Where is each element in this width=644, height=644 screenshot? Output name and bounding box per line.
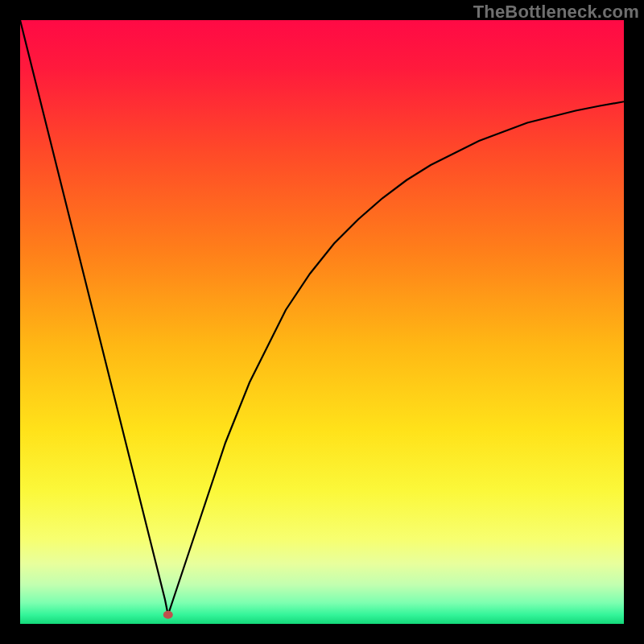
chart-frame: TheBottleneck.com [0,0,644,644]
watermark-text: TheBottleneck.com [473,2,639,23]
gradient-bg [20,20,624,624]
min-marker [163,611,173,619]
bottleneck-chart [20,20,624,624]
